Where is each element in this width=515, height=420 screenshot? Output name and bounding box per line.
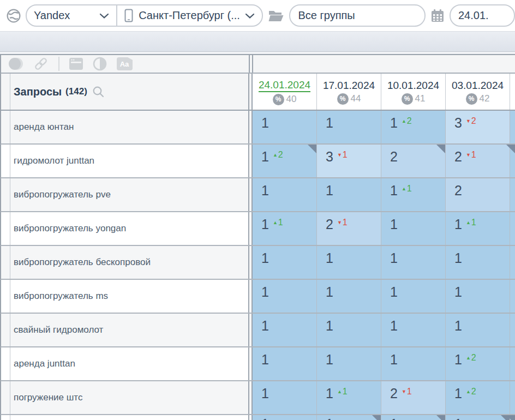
chevron-down-icon: [99, 9, 109, 22]
date-range-field[interactable]: 24.01.: [450, 4, 515, 27]
position-cell[interactable]: 2▼1: [317, 212, 381, 245]
position-value: 1: [261, 284, 269, 299]
calendar-icon[interactable]: [430, 9, 445, 23]
corner-marker-icon: [308, 145, 316, 153]
contrast-icon[interactable]: [93, 57, 107, 71]
panel-separator: [248, 74, 253, 110]
position-cell[interactable]: 1▲2: [446, 347, 510, 380]
window-view-icon[interactable]: [69, 57, 83, 70]
position-cell[interactable]: 1: [446, 280, 510, 313]
position-cell[interactable]: 1: [253, 178, 317, 211]
position-cell[interactable]: 1: [381, 415, 446, 420]
panel-separator: [248, 415, 253, 420]
row-cells: 1111: [253, 246, 510, 279]
keyword-label[interactable]: аренда junttan: [10, 347, 248, 380]
group-filter-select[interactable]: Все группы: [289, 4, 426, 27]
percent-block: % 41: [402, 93, 426, 105]
search-icon[interactable]: [92, 86, 105, 98]
row-gutter: [1, 212, 10, 245]
keyword-label[interactable]: погружение штс: [10, 381, 248, 414]
date-header-link[interactable]: 17.01.2024: [323, 79, 375, 92]
table-toolbar: Aa: [0, 54, 515, 74]
position-value: 1: [454, 416, 462, 420]
arrow-up-icon: ▲: [402, 118, 406, 124]
delta-down: ▼2: [466, 116, 476, 125]
position-cell[interactable]: 3▼1: [317, 145, 381, 177]
search-engine-select[interactable]: Yandex: [27, 5, 116, 26]
percent-value: 44: [351, 93, 361, 104]
keyword-label[interactable]: аренда юнтан: [10, 111, 248, 143]
position-cell[interactable]: 1: [446, 314, 510, 346]
position-value: 1: [390, 250, 398, 266]
panel-separator: [248, 178, 253, 211]
panel-separator: [248, 280, 253, 313]
position-cell[interactable]: 2: [446, 178, 510, 211]
position-cell[interactable]: 1: [317, 347, 381, 380]
arrow-down-icon: ▼: [402, 389, 406, 394]
link-icon[interactable]: [33, 56, 49, 71]
panel-separator: [248, 212, 253, 245]
position-cell[interactable]: 1: [446, 246, 510, 279]
date-column-header: 03.01.2024 % 42: [446, 74, 510, 110]
position-value: 2: [326, 217, 333, 232]
position-cell[interactable]: 1: [317, 246, 381, 279]
table-row: вибропогружатель бескопровой 1111: [0, 246, 515, 280]
region-select[interactable]: Санкт-Петербург (...: [116, 5, 262, 26]
keyword-label[interactable]: вибропогружатель yongan: [10, 212, 248, 245]
position-cell[interactable]: 1: [381, 246, 446, 279]
row-gutter: [1, 246, 10, 279]
date-column-header: 24.01.2024 % 40: [253, 74, 317, 110]
position-cell[interactable]: 1: [317, 314, 381, 346]
arrow-up-icon: ▲: [402, 186, 406, 191]
percent-badge-icon: %: [273, 94, 284, 105]
position-cell[interactable]: 1: [381, 314, 446, 346]
position-cell[interactable]: 1: [317, 178, 381, 211]
keyword-label[interactable]: [10, 415, 248, 420]
position-cell[interactable]: 1▲2: [381, 111, 446, 143]
position-value: 1: [390, 217, 398, 232]
date-header-link[interactable]: 10.01.2024: [387, 79, 439, 92]
position-cell[interactable]: 1: [253, 415, 317, 420]
date-header-link[interactable]: 03.01.2024: [452, 79, 504, 92]
position-cell[interactable]: 1: [253, 314, 317, 346]
position-cell[interactable]: 1: [317, 415, 381, 420]
position-cell[interactable]: 1▲2: [446, 381, 510, 414]
keyword-label[interactable]: вибропогружатель ms: [10, 280, 248, 313]
region-label: Санкт-Петербург (...: [139, 9, 240, 22]
position-cell[interactable]: 1: [253, 111, 317, 143]
position-value: 1: [261, 416, 269, 420]
keyword-label[interactable]: свайный гидромолот: [10, 314, 248, 346]
keyword-label[interactable]: вибропогружатель pve: [10, 178, 248, 211]
position-cell[interactable]: 1: [446, 415, 510, 420]
position-value: 1: [454, 318, 462, 333]
position-cell[interactable]: 1: [317, 280, 381, 313]
snippets-toggle-icon[interactable]: [8, 57, 23, 71]
position-cell[interactable]: 1: [253, 280, 317, 313]
position-cell[interactable]: 2: [381, 145, 446, 177]
folder-icon[interactable]: [268, 9, 284, 22]
position-cell[interactable]: 1: [253, 347, 317, 380]
position-cell[interactable]: 1: [253, 246, 317, 279]
position-cell[interactable]: 1: [317, 111, 381, 143]
position-value: 1: [390, 352, 398, 367]
delta-down: ▼1: [466, 150, 476, 159]
position-cell[interactable]: 1▲1: [253, 212, 317, 245]
position-cell[interactable]: 2▼1: [381, 381, 446, 414]
delta-down: ▼1: [402, 387, 412, 396]
position-cell[interactable]: 1: [253, 381, 317, 414]
keyword-label[interactable]: гидромолот junttan: [10, 145, 248, 177]
position-cell[interactable]: 2▼1: [446, 145, 510, 177]
cell-sliver: [510, 280, 515, 313]
position-cell[interactable]: 1: [381, 212, 446, 245]
toolbar-right-spacer: [253, 55, 515, 73]
position-cell[interactable]: 1▲1: [446, 212, 510, 245]
position-cell[interactable]: 1▲1: [381, 178, 446, 211]
keyword-label[interactable]: вибропогружатель бескопровой: [10, 246, 248, 279]
position-cell[interactable]: 1▲1: [317, 381, 381, 414]
position-cell[interactable]: 3▼2: [446, 111, 510, 143]
position-cell[interactable]: 1: [381, 280, 446, 313]
position-cell[interactable]: 1: [381, 347, 446, 380]
date-header-link[interactable]: 24.01.2024: [259, 79, 310, 92]
text-case-icon[interactable]: Aa: [116, 57, 133, 71]
position-cell[interactable]: 1▲2: [253, 145, 317, 177]
